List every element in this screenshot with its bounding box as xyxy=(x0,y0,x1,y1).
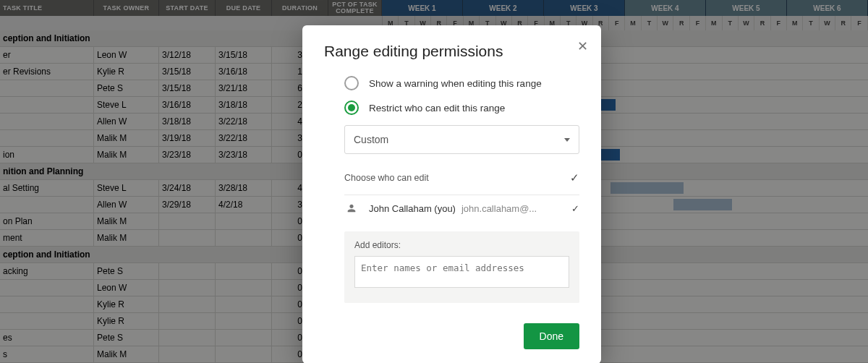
check-icon: ✓ xyxy=(571,203,579,214)
editor-name: John Callaham (you) xyxy=(369,203,456,214)
close-icon[interactable]: ✕ xyxy=(577,38,588,54)
option-show-warning[interactable]: Show a warning when editing this range xyxy=(344,76,579,90)
chevron-down-icon xyxy=(564,138,570,142)
done-button[interactable]: Done xyxy=(524,323,579,349)
choose-who-label: Choose who can edit xyxy=(344,173,429,183)
choose-who-label-row: Choose who can edit ✓ xyxy=(344,171,579,184)
restriction-dropdown[interactable]: Custom xyxy=(344,125,579,154)
option-label: Restrict who can edit this range xyxy=(369,103,505,114)
dialog-title: Range editing permissions xyxy=(324,43,579,60)
add-editors-box: Add editors: xyxy=(344,231,579,303)
radio-selected-icon xyxy=(344,101,359,115)
add-editors-label: Add editors: xyxy=(354,240,569,250)
person-icon xyxy=(344,201,359,215)
dropdown-value: Custom xyxy=(354,134,388,145)
check-icon[interactable]: ✓ xyxy=(570,171,579,184)
editor-list-item[interactable]: John Callaham (you) john.callaham@... ✓ xyxy=(344,195,579,221)
option-label: Show a warning when editing this range xyxy=(369,78,542,89)
radio-unselected-icon xyxy=(344,76,359,90)
option-restrict[interactable]: Restrict who can edit this range xyxy=(344,101,579,115)
range-permissions-dialog: ✕ Range editing permissions Show a warni… xyxy=(302,25,601,363)
app-root: TASK TITLE TASK OWNER START DATE DUE DAT… xyxy=(0,0,868,363)
editor-email: john.callaham@... xyxy=(461,203,537,214)
add-editors-input[interactable] xyxy=(354,256,569,288)
